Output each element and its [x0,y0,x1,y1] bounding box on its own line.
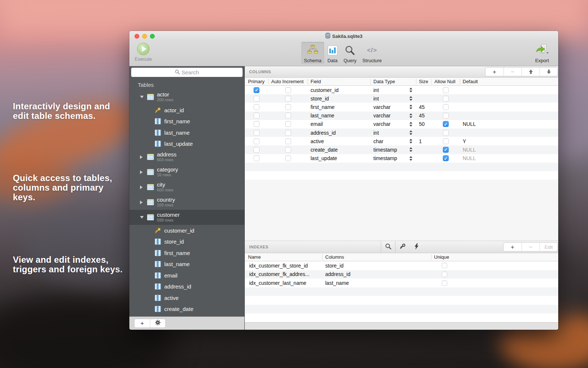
close-button[interactable] [135,34,139,39]
columns-row-create_date[interactable]: create_datetimestampNULL [245,145,558,154]
checkbox-unchecked[interactable] [443,130,449,136]
search-input[interactable]: Search [131,68,243,77]
tab-schema[interactable]: Schema [301,42,324,64]
tree-column-actor_id[interactable]: actor_id [129,105,244,116]
arrow-up-button[interactable] [521,68,539,76]
tree-table-address[interactable]: address603 rows [129,149,244,164]
indexes-row-idx_customer_fk_addres[interactable]: idx_customer_fk_addres...address_id [245,270,558,279]
checkbox-unchecked[interactable] [254,96,259,102]
checkbox-unchecked[interactable] [254,147,259,153]
checkbox-unchecked[interactable] [285,113,291,118]
checkbox-unchecked[interactable] [443,138,449,144]
checkbox-checked[interactable] [254,87,259,93]
stepper-icon[interactable] [409,147,412,152]
tab-data[interactable]: Data [325,42,340,64]
disclosure-triangle[interactable] [140,201,143,204]
indexes-row-idx_customer_fk_store_id[interactable]: idx_customer_fk_store_idstore_id [245,261,558,270]
minus-button[interactable]: − [521,243,539,251]
checkbox-unchecked[interactable] [254,121,259,127]
tree-column-first_name[interactable]: first_name [129,247,244,259]
checkbox-unchecked[interactable] [442,280,447,286]
stepper-icon[interactable] [409,139,412,144]
arrow-down-button[interactable] [539,68,557,76]
tree-column-first_name[interactable]: first_name [129,116,244,127]
checkbox-unchecked[interactable] [285,155,291,161]
minimize-button[interactable] [142,34,147,39]
checkbox-unchecked[interactable] [285,96,291,102]
indexes-search-tool[interactable] [381,241,395,253]
checkbox-checked[interactable] [443,147,449,153]
checkbox-checked[interactable] [443,121,449,127]
checkbox-unchecked[interactable] [443,96,449,102]
tree-column-last_name[interactable]: last_name [129,127,244,138]
stepper-icon[interactable] [409,96,412,101]
columns-row-address_id[interactable]: address_idint [245,128,558,137]
checkbox-unchecked[interactable] [254,113,259,118]
zoom-button[interactable] [150,34,155,39]
checkbox-checked[interactable] [443,155,449,161]
columns-row-first_name[interactable]: first_namevarchar45 [245,103,558,111]
disclosure-triangle[interactable] [140,96,144,98]
plus-button[interactable]: + [503,243,521,251]
tree-column-store_id[interactable]: store_id [129,236,244,248]
tree-table-category[interactable]: category16 rows [129,164,244,180]
tree-column-last_name[interactable]: last_name [129,259,244,270]
columns-row-last_name[interactable]: last_namevarchar45 [245,112,558,120]
disclosure-triangle[interactable] [140,170,143,174]
add-table-button[interactable]: + [135,319,150,328]
checkbox-unchecked[interactable] [285,121,291,127]
export-button[interactable]: Export [532,43,552,63]
disclosure-triangle[interactable] [140,155,143,159]
columns-row-store_id[interactable]: store_idint [245,94,558,103]
checkbox-unchecked[interactable] [254,155,259,161]
checkbox-unchecked[interactable] [443,104,449,110]
checkbox-unchecked[interactable] [442,272,447,277]
stepper-icon[interactable] [409,156,412,161]
indexes-row-idx_customer_last_name[interactable]: idx_customer_last_namelast_name [245,279,558,287]
actions-button[interactable] [150,319,165,328]
tree-column-create_date[interactable]: create_date [129,304,244,315]
tree-column-last_update[interactable]: last_update [129,138,244,150]
minus-button[interactable]: − [503,68,521,76]
table-icon [147,169,154,175]
checkbox-unchecked[interactable] [442,263,447,268]
columns-row-customer_id[interactable]: customer_idint [245,86,558,94]
checkbox-unchecked[interactable] [443,113,449,118]
columns-row-active[interactable]: activechar1Y [245,137,558,145]
tree-table-actor[interactable]: actor200 rows [129,89,244,105]
checkbox-unchecked[interactable] [254,104,259,110]
checkbox-unchecked[interactable] [285,87,291,93]
checkbox-unchecked[interactable] [285,138,291,144]
stepper-icon[interactable] [409,88,412,92]
stepper-icon[interactable] [409,113,412,118]
columns-row-email[interactable]: emailvarchar50NULL [245,120,558,128]
stepper-icon[interactable] [409,130,412,135]
disclosure-triangle[interactable] [140,185,143,189]
disclosure-triangle[interactable] [140,216,144,219]
edit-button[interactable]: Edit [539,243,557,251]
checkbox-unchecked[interactable] [285,104,291,110]
tree-column-address_id[interactable]: address_id [129,281,244,293]
checkbox-unchecked[interactable] [285,147,291,153]
execute-button[interactable]: Execute [134,43,153,62]
columns-row-last_update[interactable]: last_updatetimestampNULL [245,154,558,163]
tree-table-city[interactable]: city600 rows [129,180,244,195]
table-name: country [157,197,175,203]
indexes-key-tool[interactable] [395,241,409,253]
plus-button[interactable]: + [485,68,503,76]
tree-table-country[interactable]: country109 rows [129,195,244,210]
checkbox-unchecked[interactable] [254,130,259,136]
tree-table-customer[interactable]: customer599 rows [129,210,244,225]
stepper-icon[interactable] [409,122,412,127]
stepper-icon[interactable] [409,105,412,109]
tree-column-customer_id[interactable]: customer_id [129,225,244,236]
tree-column-email[interactable]: email [129,270,244,281]
checkbox-unchecked[interactable] [254,138,259,144]
checkbox-unchecked[interactable] [443,87,449,93]
checkbox-unchecked[interactable] [285,130,291,136]
tab-query[interactable]: Query [341,42,359,64]
indexes-lightning-tool[interactable] [409,241,423,253]
tab-structure[interactable]: </>Structure [360,42,384,64]
tree-column-active[interactable]: active [129,292,244,304]
toolbar: Execute SchemaDataQuery</>Structure Expo… [129,41,558,66]
